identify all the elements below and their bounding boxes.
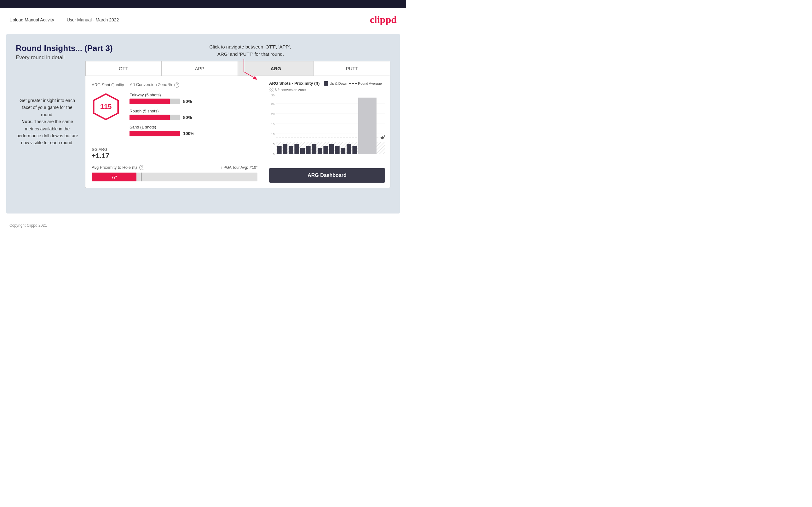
tab-ott[interactable]: OTT <box>85 61 162 75</box>
fairway-bar-track <box>130 99 180 104</box>
shot-quality-label: ARG Shot Quality <box>92 82 124 87</box>
rough-bar-track <box>130 115 180 120</box>
panel-right: ARG Shots - Proximity (ft) Up & Down Rou… <box>264 76 390 188</box>
panel-body: ARG Shot Quality 6ft Conversion Zone % ?… <box>85 76 390 188</box>
rough-bar-container: 80% <box>130 115 257 120</box>
svg-text:25: 25 <box>271 102 275 106</box>
sg-label: SG ARG <box>92 147 257 152</box>
main-content: Round Insights... (Part 3) Every round i… <box>6 34 400 214</box>
chart-header: ARG Shots - Proximity (ft) Up & Down Rou… <box>269 81 385 92</box>
rough-pct: 80% <box>183 115 192 120</box>
bar-5 <box>300 148 305 154</box>
page-title: Round Insights... (Part 3) Every round i… <box>16 44 391 61</box>
top-bar <box>0 0 406 8</box>
rough-label: Rough (5 shots) <box>130 109 257 113</box>
hex-badge-container: 115 Fairway (5 shots) 80% <box>92 93 257 141</box>
copyright-text: Copyright Clippd 2021 <box>9 223 47 228</box>
conversion-zone-help-icon[interactable]: ? <box>174 82 179 88</box>
svg-text:15: 15 <box>271 122 275 126</box>
sand-bar-container: 100% <box>130 131 257 136</box>
legend-round-avg-label: Round Average <box>358 81 382 86</box>
user-manual-label: User Manual - March 2022 <box>67 17 119 22</box>
shot-bars: Fairway (5 shots) 80% Rough (5 shots) <box>130 93 257 141</box>
nav-annotation: Click to navigate between 'OTT', 'APP','… <box>209 44 291 80</box>
svg-text:5: 5 <box>273 142 274 146</box>
arrow-svg <box>238 58 263 80</box>
hex-badge: 115 <box>92 93 120 121</box>
proximity-bar-fill: 77' <box>92 173 137 181</box>
bar-10 <box>329 144 334 154</box>
arg-dashboard-button[interactable]: ARG Dashboard <box>269 168 385 183</box>
svg-text:8: 8 <box>384 134 385 137</box>
svg-text:20: 20 <box>271 112 275 116</box>
panel-left-header: ARG Shot Quality 6ft Conversion Zone % ? <box>92 82 257 88</box>
conversion-zone-label: 6ft Conversion Zone % ? <box>131 82 180 88</box>
bar-7 <box>312 144 317 154</box>
proximity-label-text: Avg Proximity to Hole (ft) <box>92 165 137 170</box>
shot-row-rough: Rough (5 shots) 80% <box>130 109 257 120</box>
svg-text:30: 30 <box>271 94 275 97</box>
sand-pct: 100% <box>183 131 194 136</box>
chart-svg: 0 5 10 15 20 25 30 <box>269 94 385 157</box>
pga-avg: ↑ PGA Tour Avg: 7'10" <box>220 165 257 170</box>
hex-number: 115 <box>100 103 112 111</box>
fairway-pct: 80% <box>183 99 192 104</box>
round-insights-title: Round Insights... (Part 3) <box>16 44 391 53</box>
proximity-value: 77' <box>111 175 117 179</box>
proximity-cursor <box>141 173 142 181</box>
sand-bar-track <box>130 131 180 136</box>
proximity-header: Avg Proximity to Hole (ft) ? ↑ PGA Tour … <box>92 165 257 170</box>
header: Upload Manual Activity User Manual - Mar… <box>0 8 406 29</box>
panel-left: ARG Shot Quality 6ft Conversion Zone % ?… <box>85 76 264 188</box>
legend-6ft-box <box>269 88 273 92</box>
left-description: Get greater insight into each facet of y… <box>16 97 79 147</box>
note-label: Note: <box>21 119 33 124</box>
rough-bar-fill <box>130 115 170 120</box>
upload-link[interactable]: Upload Manual Activity <box>9 17 54 22</box>
bar-11 <box>335 146 340 154</box>
proximity-section: Avg Proximity to Hole (ft) ? ↑ PGA Tour … <box>92 165 257 182</box>
legend-round-avg: Round Average <box>349 81 382 86</box>
bar-1 <box>277 146 282 154</box>
legend-up-down: Up & Down <box>324 81 347 86</box>
tab-putt[interactable]: PUTT <box>314 61 390 75</box>
round-insights-subtitle: Every round in detail <box>16 54 391 61</box>
svg-line-1 <box>244 72 255 78</box>
bar-6 <box>306 146 311 154</box>
chart-area: 0 5 10 15 20 25 30 <box>269 94 385 165</box>
bar-13 <box>347 144 351 154</box>
sg-section: SG ARG +1.17 <box>92 147 257 160</box>
bar-4 <box>294 144 299 154</box>
dashboard-panel: OTT APP ARG PUTT ARG Shot Quality 6ft Co… <box>85 61 391 188</box>
bar-last <box>358 98 376 154</box>
legend-up-down-box <box>324 81 328 86</box>
svg-text:0: 0 <box>273 153 274 156</box>
proximity-bar-track: 77' <box>92 173 257 181</box>
bar-9 <box>323 146 328 154</box>
logo: clippd <box>370 14 397 25</box>
sand-bar-fill <box>130 131 180 136</box>
nav-annotation-text: Click to navigate between 'OTT', 'APP','… <box>209 44 291 57</box>
fairway-label: Fairway (5 shots) <box>130 93 257 97</box>
svg-text:10: 10 <box>271 132 275 136</box>
proximity-label: Avg Proximity to Hole (ft) ? <box>92 165 144 170</box>
bar-2 <box>283 144 288 154</box>
chart-title: ARG Shots - Proximity (ft) <box>269 81 319 86</box>
bar-14 <box>352 146 357 154</box>
proximity-help-icon[interactable]: ? <box>139 165 144 170</box>
header-left: Upload Manual Activity User Manual - Mar… <box>9 17 119 22</box>
fairway-bar-container: 80% <box>130 99 257 104</box>
legend-6ft-label: 6 ft conversion zone <box>275 88 306 92</box>
sand-label: Sand (1 shots) <box>130 125 257 129</box>
bar-8 <box>318 148 322 154</box>
conversion-zone-text: 6ft Conversion Zone % <box>131 82 172 87</box>
sg-value: +1.17 <box>92 152 257 160</box>
legend-round-avg-dash <box>349 83 357 84</box>
footer: Copyright Clippd 2021 <box>0 218 406 233</box>
bar-12 <box>341 148 346 154</box>
header-divider <box>9 29 397 29</box>
shot-row-sand: Sand (1 shots) 100% <box>130 125 257 136</box>
bar-3 <box>289 146 293 154</box>
fairway-bar-fill <box>130 99 170 104</box>
legend-up-down-label: Up & Down <box>329 81 347 86</box>
